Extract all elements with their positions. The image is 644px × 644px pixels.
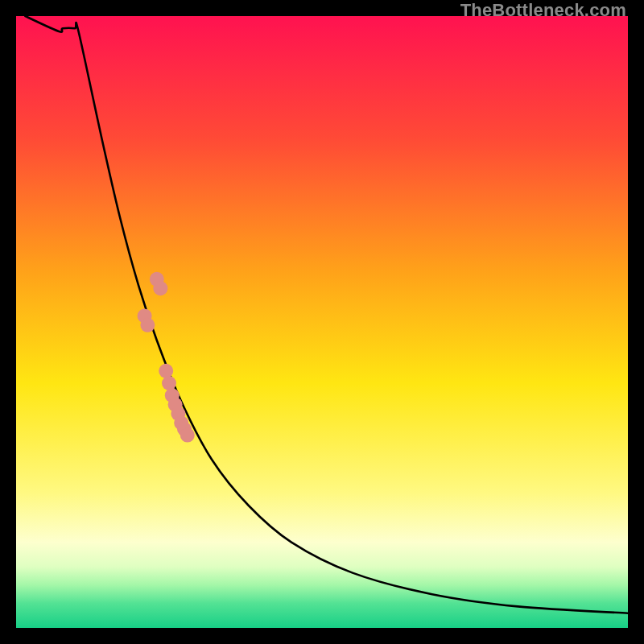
gradient-background	[16, 16, 628, 628]
plot-svg	[16, 16, 628, 628]
highlight-dot	[162, 376, 176, 390]
watermark-text: TheBottleneck.com	[460, 0, 626, 21]
highlight-dot	[140, 318, 155, 332]
highlight-dot	[159, 364, 173, 378]
plot-area	[16, 16, 628, 628]
highlight-dot	[153, 281, 167, 295]
highlight-dot	[180, 428, 195, 443]
